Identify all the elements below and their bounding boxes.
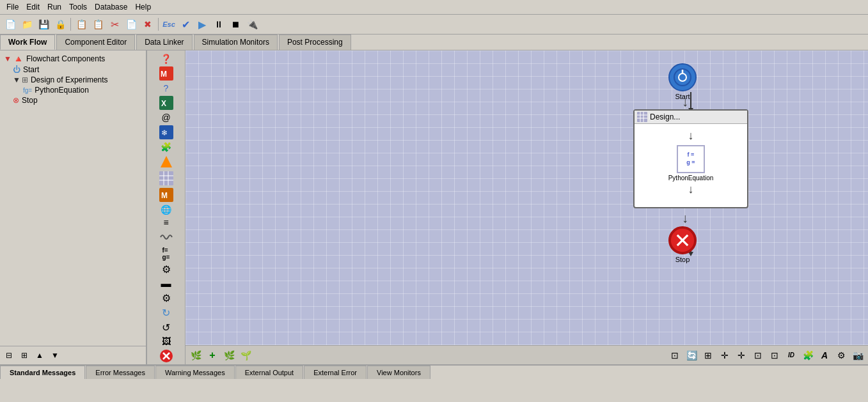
tab-simulation-monitors[interactable]: Simulation Monitors — [194, 35, 278, 50]
canvas-flower3-btn[interactable]: ⚙ — [833, 348, 849, 363]
python-inner-label: PythonEquation — [668, 174, 714, 182]
canvas-flower1-btn[interactable]: 🌿 — [188, 348, 203, 363]
stop-node[interactable]: Stop — [668, 226, 697, 263]
svg-marker-6 — [161, 156, 172, 167]
bottom-tab-standard[interactable]: Standard Messages — [0, 366, 85, 379]
canvas-camera-btn[interactable]: 📷 — [850, 348, 865, 363]
icon-fg-tool[interactable]: f=g= — [157, 246, 175, 261]
tree-item-root[interactable]: ▼ 🔺 Flowchart Components — [3, 53, 143, 65]
canvas-id-btn[interactable]: ID — [784, 348, 799, 363]
icon-list-tool[interactable]: ≡ — [157, 217, 175, 228]
tab-data-linker[interactable]: Data Linker — [136, 35, 192, 50]
delete-button[interactable]: ✖ — [140, 17, 155, 32]
canvas-box1-btn[interactable]: ⊡ — [750, 348, 766, 363]
tree-item-start[interactable]: ⏻ Start — [3, 65, 143, 75]
icon-help2[interactable]: ? — [157, 82, 175, 94]
main-layout: ▼ 🔺 Flowchart Components ⏻ Start ▼ ⊞ Des… — [0, 50, 868, 364]
canvas-puzzle-btn[interactable]: 🧩 — [800, 348, 816, 363]
svg-rect-26 — [637, 112, 647, 122]
icon-snowflake[interactable]: ❄ — [157, 125, 175, 140]
canvas-area[interactable]: Start ↓ Design... ↓ — [185, 50, 868, 364]
canvas-flower2-btn[interactable]: 🌿 — [221, 348, 237, 363]
tree-down-btn[interactable]: ▼ — [48, 348, 62, 362]
tree-item-python[interactable]: fg= PythonEquation — [3, 85, 143, 95]
icon-matlab[interactable]: M — [157, 66, 175, 81]
start-circle — [668, 63, 697, 91]
python-node-icon: fg= — [23, 87, 32, 94]
canvas-box2-btn[interactable]: ⊡ — [767, 348, 782, 363]
icon-m-orange[interactable]: M — [157, 187, 175, 203]
bottom-tab-warning[interactable]: Warning Messages — [155, 366, 235, 379]
canvas-add-btn[interactable]: + — [205, 348, 220, 363]
pause-button[interactable]: ⏸ — [211, 17, 226, 32]
menu-edit[interactable]: Edit — [22, 1, 43, 13]
menu-file[interactable]: File — [3, 1, 22, 13]
icon-triangle-orange[interactable] — [157, 154, 175, 169]
tree-up-btn[interactable]: ▲ — [33, 348, 47, 362]
new-button[interactable]: 📄 — [3, 17, 18, 32]
icon-puzzle[interactable]: 🧩 — [157, 141, 175, 153]
tree-item-stop[interactable]: ⊗ Stop — [3, 95, 143, 105]
icon-red-x[interactable] — [157, 348, 175, 364]
icon-globe-grid[interactable]: 🌐 — [157, 204, 175, 215]
canvas-refresh-btn[interactable]: 🔄 — [684, 348, 699, 363]
python-node-inner[interactable]: f =g = PythonEquation — [668, 145, 714, 182]
run-button[interactable]: ▶ — [194, 17, 210, 32]
tab-post-processing[interactable]: Post Processing — [279, 35, 351, 50]
paste-button[interactable]: 📋 — [90, 17, 106, 32]
cut-button[interactable]: ✂ — [107, 17, 122, 32]
canvas-bottom-right: ⊡ 🔄 ⊞ ✛ ✛ ⊡ ⊡ ID 🧩 A ⚙ 📷 — [667, 348, 865, 363]
tree-item-doe[interactable]: ▼ ⊞ Design of Experiments — [3, 75, 143, 85]
left-panel-toolbar: ⊟ ⊞ ▲ ▼ — [0, 346, 146, 364]
bottom-tab-external-output[interactable]: External Output — [235, 366, 303, 379]
icon-gear1[interactable]: ⚙ — [157, 263, 175, 276]
icon-arrow-right[interactable]: ↻ — [157, 306, 175, 320]
doe-expand-icon: ▼ — [13, 75, 20, 84]
escape-button[interactable]: Esc — [161, 17, 177, 32]
tab-component-editor[interactable]: Component Editor — [56, 35, 135, 50]
copy-button[interactable]: 📋 — [74, 17, 89, 32]
canvas-grid-btn[interactable]: ⊞ — [700, 348, 716, 363]
menu-tools[interactable]: Tools — [65, 1, 91, 13]
menu-run[interactable]: Run — [43, 1, 65, 13]
save-button[interactable]: 💾 — [36, 17, 51, 32]
svg-text:M: M — [161, 191, 168, 200]
canvas-center-btn[interactable]: ✛ — [717, 348, 732, 363]
icon-rotate[interactable]: ↺ — [157, 321, 175, 334]
check-button[interactable]: ✔ — [178, 17, 193, 32]
bottom-tab-external-error[interactable]: External Error — [304, 366, 367, 379]
canvas-fit-btn[interactable]: ⊡ — [667, 348, 683, 363]
canvas-cross-btn[interactable]: ✛ — [734, 348, 749, 363]
menu-help[interactable]: Help — [131, 1, 155, 13]
canvas-text-btn[interactable]: A — [817, 348, 832, 363]
icon-minus-box[interactable]: ▬ — [157, 277, 175, 290]
doe-node-icon: ⊞ — [22, 75, 28, 84]
clone-button[interactable]: 📄 — [123, 17, 139, 32]
tree-expand-btn[interactable]: ⊞ — [17, 348, 31, 362]
plugin-button[interactable]: 🔌 — [244, 17, 260, 32]
tree-collapse-btn[interactable]: ⊟ — [2, 348, 16, 362]
canvas-plant-btn[interactable]: 🌱 — [238, 348, 253, 363]
icon-help-cursor[interactable]: ❓ — [157, 53, 175, 65]
bottom-tab-error[interactable]: Error Messages — [86, 366, 155, 379]
open-button[interactable]: 📁 — [19, 17, 35, 32]
tree-label-stop: Stop — [22, 96, 38, 105]
menu-database[interactable]: Database — [91, 1, 131, 13]
icon-image[interactable]: 🖼 — [157, 336, 175, 347]
doe-container[interactable]: Design... ↓ f =g = PythonEquation ↓ — [633, 109, 748, 208]
left-panel: ▼ 🔺 Flowchart Components ⏻ Start ▼ ⊞ Des… — [0, 50, 147, 364]
start-node-icon: ⏻ — [13, 65, 20, 74]
icon-wave-tool[interactable] — [157, 229, 175, 245]
icon-at[interactable]: @ — [157, 112, 175, 123]
icon-excel[interactable]: X — [157, 95, 175, 111]
root-icon: 🔺 — [13, 54, 24, 64]
stop-run-button[interactable]: ⏹ — [228, 17, 243, 32]
lock-button[interactable]: 🔒 — [52, 17, 68, 32]
canvas-bottom-toolbar: 🌿 + 🌿 🌱 ⊡ 🔄 ⊞ ✛ ✛ ⊡ ⊡ ID 🧩 A ⚙ 📷 — [185, 345, 868, 364]
tab-workflow[interactable]: Work Flow — [0, 35, 55, 50]
icon-grid-blue[interactable] — [157, 171, 175, 186]
doe-content: ↓ f =g = PythonEquation ↓ — [635, 124, 747, 201]
icon-gear2[interactable]: ⚙ — [157, 291, 175, 305]
tree-label-root: Flowchart Components — [26, 54, 105, 63]
bottom-tab-view-monitors[interactable]: View Monitors — [367, 366, 430, 379]
